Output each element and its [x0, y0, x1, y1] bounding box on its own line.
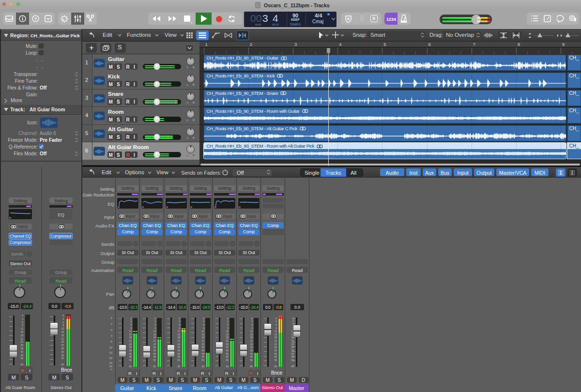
svg-text:?: ? — [34, 16, 37, 21]
